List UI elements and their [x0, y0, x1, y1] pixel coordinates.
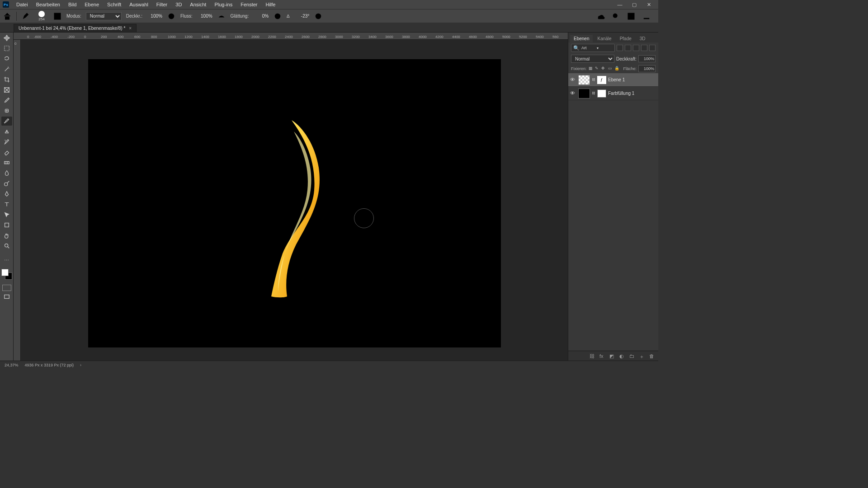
pen-tool[interactable] [1, 189, 12, 198]
menu-window[interactable]: Fenster [237, 1, 261, 8]
pressure-size-icon[interactable] [314, 12, 323, 21]
home-icon[interactable] [3, 12, 12, 21]
magic-wand-tool[interactable] [1, 65, 12, 74]
menu-plugins[interactable]: Plug-ins [211, 1, 236, 8]
layer-mask-thumbnail[interactable]: ƒ [597, 76, 606, 84]
window-minimize-button[interactable]: — [613, 2, 627, 7]
menu-image[interactable]: Bild [65, 1, 80, 8]
layer-mask-thumbnail[interactable] [597, 89, 606, 98]
fill-input[interactable] [638, 65, 656, 72]
shape-tool[interactable] [1, 221, 12, 230]
vertical-ruler[interactable]: 0 [14, 40, 21, 361]
menu-help[interactable]: Hilfe [262, 1, 279, 8]
dodge-tool[interactable] [1, 179, 12, 188]
tab-channels[interactable]: Kanäle [594, 35, 615, 42]
delete-layer-icon[interactable]: 🗑 [649, 353, 655, 359]
menu-select[interactable]: Auswahl [126, 1, 152, 8]
brush-preset-picker[interactable]: 254 [35, 10, 48, 22]
status-more-icon[interactable]: › [80, 363, 81, 367]
quick-mask-toggle[interactable] [2, 285, 11, 291]
search-icon[interactable] [611, 12, 620, 21]
lock-pixels-icon[interactable]: ✎ [595, 66, 599, 71]
close-tab-icon[interactable]: × [129, 26, 132, 31]
opacity-input[interactable] [147, 14, 162, 19]
menu-layer[interactable]: Ebene [81, 1, 103, 8]
menu-filter[interactable]: Filter [153, 1, 171, 8]
angle-input[interactable] [294, 14, 309, 19]
lock-artboard-icon[interactable]: ▭ [608, 66, 613, 71]
smoothing-input[interactable] [253, 14, 269, 19]
blur-tool[interactable] [1, 169, 12, 178]
filter-shape-icon[interactable] [641, 45, 647, 51]
new-adjustment-icon[interactable]: ◐ [619, 353, 625, 359]
visibility-toggle-icon[interactable]: 👁 [570, 90, 576, 97]
marquee-tool[interactable] [1, 44, 12, 53]
pressure-opacity-icon[interactable] [167, 12, 176, 21]
mask-link-icon[interactable]: ⛓ [592, 78, 595, 82]
filter-adjust-icon[interactable] [625, 45, 631, 51]
horizontal-ruler[interactable]: 0 -600 -400 -200 0 200 400 600 800 1000 … [14, 33, 568, 40]
mask-link-icon[interactable]: ⛓ [592, 91, 595, 95]
cloud-docs-icon[interactable] [596, 12, 605, 21]
eyedropper-tool[interactable] [1, 96, 12, 105]
filter-smart-icon[interactable] [649, 45, 656, 51]
frame-tool[interactable] [1, 85, 12, 94]
move-tool[interactable] [1, 33, 12, 42]
tab-layers[interactable]: Ebenen [570, 35, 593, 42]
menu-edit[interactable]: Bearbeiten [33, 1, 64, 8]
layer-thumbnail[interactable] [578, 89, 590, 99]
document-info[interactable]: 4936 Px x 3319 Px (72 ppi) [25, 363, 74, 367]
filter-type-icon[interactable] [633, 45, 639, 51]
tab-paths[interactable]: Pfade [616, 35, 635, 42]
visibility-toggle-icon[interactable]: 👁 [570, 77, 576, 83]
lock-all-icon[interactable]: 🔒 [614, 66, 619, 71]
layer-filter-search[interactable]: 🔍 ▾ [571, 44, 615, 52]
link-layers-icon[interactable]: ⛓ [590, 353, 595, 359]
lock-transparency-icon[interactable]: ▦ [589, 66, 593, 71]
layer-blend-mode-select[interactable]: Normal [571, 55, 614, 63]
color-swatches[interactable] [1, 269, 12, 280]
lasso-tool[interactable] [1, 54, 12, 63]
layer-style-icon[interactable]: fx [599, 353, 605, 359]
foreground-color-swatch[interactable] [1, 269, 9, 276]
eraser-tool[interactable] [1, 148, 12, 157]
document-canvas[interactable] [88, 59, 501, 347]
airbrush-icon[interactable] [217, 12, 226, 21]
type-tool[interactable] [1, 200, 12, 209]
crop-tool[interactable] [1, 75, 12, 84]
workspace-icon[interactable] [627, 12, 636, 21]
zoom-tool[interactable] [1, 241, 12, 250]
layer-opacity-input[interactable] [638, 55, 656, 62]
filter-pixel-icon[interactable] [617, 45, 623, 51]
menu-view[interactable]: Ansicht [186, 1, 210, 8]
brush-tool[interactable] [1, 117, 12, 126]
history-brush-tool[interactable] [1, 137, 12, 146]
smoothing-options-icon[interactable] [273, 12, 282, 21]
layer-row[interactable]: 👁 ⛓ Farbfüllung 1 [568, 87, 658, 100]
new-layer-icon[interactable]: ＋ [639, 353, 645, 359]
current-tool-icon[interactable] [21, 12, 30, 21]
flow-input[interactable] [197, 14, 212, 19]
layer-name[interactable]: Ebene 1 [608, 77, 625, 82]
lock-position-icon[interactable]: ✥ [601, 66, 606, 71]
menu-file[interactable]: Datei [13, 1, 32, 8]
window-maximize-button[interactable]: ▢ [627, 2, 641, 8]
path-selection-tool[interactable] [1, 210, 12, 219]
hand-tool[interactable] [1, 231, 12, 240]
canvas-viewport[interactable] [21, 40, 568, 361]
document-tab[interactable]: Unbenannt-1 bei 24,4% (Ebene 1, Ebenenma… [14, 24, 137, 32]
window-close-button[interactable]: ✕ [642, 2, 656, 8]
zoom-level[interactable]: 24,37% [5, 363, 19, 367]
blend-mode-select[interactable]: Normal [86, 12, 122, 20]
gradient-tool[interactable] [1, 158, 12, 167]
symmetry-icon[interactable] [327, 12, 336, 21]
clone-stamp-tool[interactable] [1, 127, 12, 136]
menu-type[interactable]: Schrift [104, 1, 125, 8]
layer-row[interactable]: 👁 ⛓ ƒ Ebene 1 [568, 73, 658, 87]
tab-3d[interactable]: 3D [636, 35, 649, 42]
menu-3d[interactable]: 3D [172, 1, 185, 8]
new-group-icon[interactable]: 🗀 [629, 353, 635, 359]
layer-thumbnail[interactable] [578, 75, 590, 85]
chevron-down-icon[interactable]: ▾ [597, 46, 599, 50]
healing-brush-tool[interactable] [1, 106, 12, 115]
